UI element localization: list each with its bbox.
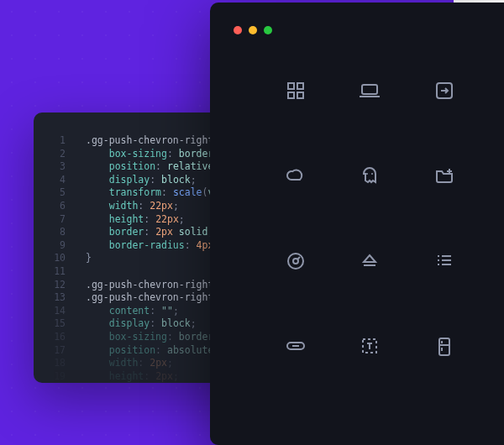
svg-line-14 [297,257,300,259]
link-icon[interactable] [285,337,307,360]
svg-marker-15 [364,255,375,262]
minimize-icon[interactable] [249,26,257,34]
ghost-icon[interactable] [360,165,379,189]
svg-rect-0 [288,83,294,89]
icon-grid [259,81,481,360]
close-icon[interactable] [234,26,242,34]
cloud-icon[interactable] [285,165,307,189]
grid-icon[interactable] [286,81,305,103]
icon-palette-window [210,3,504,445]
disc-icon[interactable] [286,251,306,275]
zoom-icon[interactable] [264,26,272,34]
svg-rect-3 [297,92,303,98]
svg-point-9 [371,173,373,175]
text-frame-icon[interactable] [360,337,379,360]
svg-rect-28 [439,338,449,355]
svg-rect-2 [288,92,294,98]
laptop-icon[interactable] [359,81,381,103]
folder-plus-icon[interactable] [434,165,454,189]
svg-point-12 [288,254,303,269]
eject-icon[interactable] [360,251,379,275]
arrow-right-boxed-icon[interactable] [435,81,454,103]
window-controls [234,26,272,34]
svg-rect-4 [362,85,377,94]
fridge-icon[interactable] [436,337,453,360]
list-icon[interactable] [435,251,454,275]
svg-point-8 [366,173,368,175]
svg-rect-1 [297,83,303,89]
